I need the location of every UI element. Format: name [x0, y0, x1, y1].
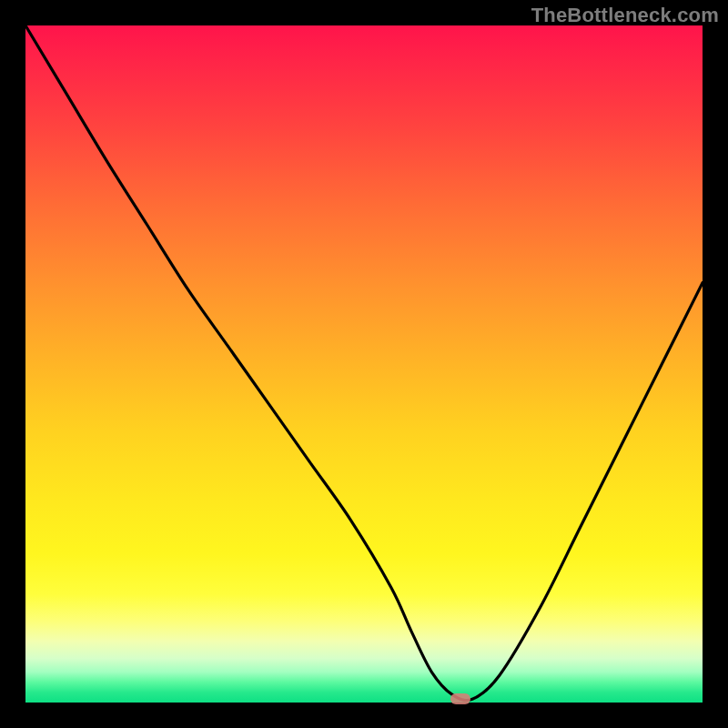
optimal-point-marker: [450, 693, 470, 704]
watermark-text: TheBottleneck.com: [531, 4, 719, 27]
bottleneck-curve: [25, 25, 703, 703]
plot-area: [25, 25, 703, 703]
curve-path: [25, 25, 703, 701]
chart-frame: TheBottleneck.com: [0, 0, 728, 728]
